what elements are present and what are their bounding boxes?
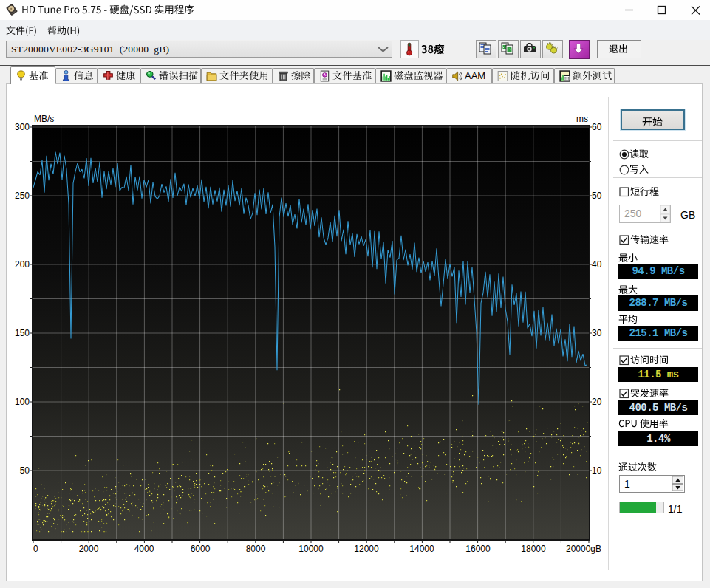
- svg-text:10: 10: [592, 465, 602, 476]
- svg-text:16000: 16000: [465, 544, 491, 554]
- svg-text:2000: 2000: [79, 544, 99, 554]
- svg-text:14000: 14000: [409, 544, 434, 554]
- svg-text:150: 150: [15, 328, 30, 338]
- svg-text:ms: ms: [576, 114, 588, 124]
- svg-text:100: 100: [15, 397, 30, 407]
- svg-text:20: 20: [592, 397, 602, 407]
- svg-text:8000: 8000: [246, 544, 266, 554]
- svg-text:0: 0: [33, 544, 38, 554]
- svg-text:30: 30: [592, 328, 602, 338]
- svg-text:300: 300: [15, 122, 30, 132]
- svg-text:40: 40: [592, 259, 602, 270]
- svg-text:4000: 4000: [134, 544, 154, 554]
- svg-text:250: 250: [15, 191, 30, 201]
- svg-text:50: 50: [20, 465, 30, 476]
- svg-text:MB/s: MB/s: [34, 114, 54, 124]
- svg-text:6000: 6000: [191, 544, 211, 554]
- svg-text:60: 60: [592, 122, 602, 132]
- svg-text:200: 200: [15, 259, 30, 270]
- svg-text:20000gB: 20000gB: [566, 544, 601, 554]
- svg-text:18000: 18000: [521, 544, 546, 554]
- svg-text:50: 50: [592, 191, 602, 201]
- svg-text:12000: 12000: [354, 544, 379, 554]
- svg-text:10000: 10000: [298, 544, 324, 554]
